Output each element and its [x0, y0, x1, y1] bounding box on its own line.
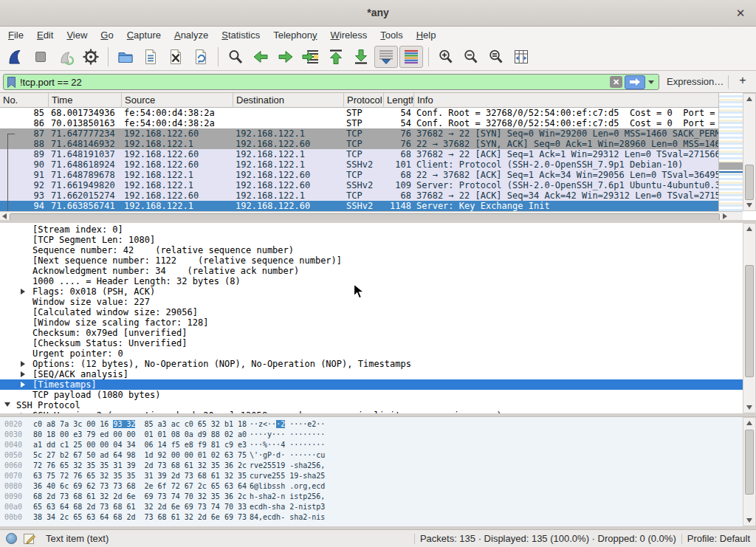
scroll-up-icon[interactable] — [743, 224, 755, 234]
hex-row-0060[interactable]: 006072 76 65 32 35 35 31 39 2d 73 68 61 … — [0, 461, 743, 471]
hex-row-0070[interactable]: 007063 75 72 76 65 32 35 35 31 39 2d 73 … — [0, 471, 743, 481]
detail-row[interactable]: 1000 .... = Header Length: 32 bytes (8) — [0, 276, 743, 286]
detail-row[interactable]: [SEQ/ACK analysis] — [0, 369, 743, 379]
packet-row-89[interactable]: 8971.648191037192.168.122.60192.168.122.… — [0, 149, 718, 159]
packet-row-92[interactable]: 9271.661949820192.168.122.1192.168.122.6… — [0, 180, 718, 190]
go-first-packet-icon[interactable] — [324, 46, 348, 68]
column-header-no[interactable]: No. — [0, 93, 49, 108]
packet-row-93[interactable]: 9371.662015274192.168.122.60192.168.122.… — [0, 190, 718, 201]
save-file-icon[interactable] — [139, 46, 162, 68]
expand-icon[interactable] — [21, 371, 25, 377]
hex-vscrollbar[interactable] — [743, 417, 756, 526]
profile-text[interactable]: Profile: Default — [687, 533, 750, 544]
menu-help[interactable]: Help — [410, 28, 443, 42]
expression-button[interactable]: Expression… — [667, 76, 724, 87]
scroll-thumb[interactable] — [745, 430, 754, 495]
packet-row-88[interactable]: 8871.648146932192.168.122.1192.168.122.6… — [0, 139, 718, 149]
expand-icon[interactable] — [21, 289, 25, 295]
hex-row-00b0[interactable]: 00b038 34 2c 65 63 64 68 2d 73 68 61 32 … — [0, 512, 743, 523]
find-packet-icon[interactable] — [224, 46, 247, 68]
menu-statistics[interactable]: Statistics — [215, 28, 267, 42]
menu-edit[interactable]: Edit — [30, 28, 60, 42]
filter-input[interactable] — [20, 77, 610, 88]
detail-row[interactable]: Options: (12 bytes), No-Operation (NOP),… — [0, 359, 743, 369]
scroll-thumb[interactable] — [745, 265, 754, 377]
go-to-packet-icon[interactable] — [299, 46, 323, 68]
reload-file-icon[interactable] — [189, 46, 213, 68]
packet-minimap[interactable] — [718, 93, 743, 211]
zoom-in-icon[interactable] — [434, 46, 458, 68]
scroll-thumb[interactable] — [745, 165, 754, 200]
detail-row[interactable]: Window size value: 227 — [0, 297, 743, 307]
hex-row-0020[interactable]: 0020c0 a8 7a 3c 00 16 93 32 85 a3 ac c0 … — [0, 419, 743, 430]
start-capture-icon[interactable] — [4, 46, 27, 68]
detail-row[interactable]: [Timestamps] — [0, 379, 743, 390]
filter-history-dropdown-icon[interactable] — [648, 80, 654, 84]
expert-info-icon[interactable] — [6, 533, 17, 544]
detail-row[interactable]: Sequence number: 42 (relative sequence n… — [0, 245, 743, 255]
filter-bookmark-icon[interactable] — [6, 76, 17, 89]
packet-vscrollbar[interactable] — [743, 93, 756, 211]
hex-row-0090[interactable]: 009068 2d 73 68 61 32 2d 6e 69 73 74 70 … — [0, 492, 743, 502]
filter-clear-icon[interactable]: ✕ — [610, 76, 622, 88]
packet-row-94[interactable]: 9471.663856741192.168.122.1192.168.122.6… — [0, 201, 718, 211]
detail-row[interactable]: [Stream index: 0] — [0, 224, 743, 235]
filter-apply-icon[interactable] — [625, 75, 645, 89]
packet-row-87[interactable]: 8771.647777234192.168.122.60192.168.122.… — [0, 128, 718, 139]
resize-columns-icon[interactable] — [509, 46, 533, 68]
menu-telephony[interactable]: Telephony — [267, 28, 323, 42]
menu-file[interactable]: File — [1, 28, 30, 42]
column-header-info[interactable]: Info — [414, 93, 718, 108]
detail-row[interactable]: Acknowledgment number: 34 (relative ack … — [0, 266, 743, 276]
packet-row-91[interactable]: 9171.648789678192.168.122.1192.168.122.6… — [0, 170, 718, 180]
detail-row[interactable]: [Checksum Status: Unverified] — [0, 338, 743, 348]
column-header-dst[interactable]: Destination — [233, 93, 344, 108]
scroll-down-icon[interactable] — [743, 402, 755, 413]
expand-icon[interactable] — [21, 382, 25, 388]
hex-row-0030[interactable]: 003080 18 00 e3 79 ed 00 00 01 01 08 0a … — [0, 430, 743, 440]
packet-hscrollbar[interactable] — [0, 211, 743, 220]
detail-row[interactable]: Urgent pointer: 0 — [0, 348, 743, 359]
detail-row[interactable]: [Next sequence number: 1122 (relative se… — [0, 255, 743, 266]
menu-go[interactable]: Go — [94, 28, 120, 42]
zoom-reset-icon[interactable] — [484, 46, 508, 68]
add-filter-button[interactable]: + — [735, 74, 750, 87]
detail-row[interactable]: TCP payload (1080 bytes) — [0, 390, 743, 400]
menu-wireless[interactable]: Wireless — [324, 28, 374, 42]
close-icon[interactable]: ✕ — [732, 5, 749, 21]
detail-row[interactable]: Flags: 0x018 (PSH, ACK) — [0, 286, 743, 297]
detail-row[interactable]: [Calculated window size: 29056] — [0, 307, 743, 317]
column-header-proto[interactable]: Protocol — [344, 93, 384, 108]
scroll-up-icon[interactable] — [743, 418, 755, 428]
menu-tools[interactable]: Tools — [374, 28, 409, 42]
collapse-icon[interactable] — [4, 402, 10, 407]
restart-capture-icon[interactable] — [54, 46, 78, 68]
detail-row[interactable]: Checksum: 0x79ed [unverified] — [0, 328, 743, 338]
column-header-time[interactable]: Time — [49, 93, 122, 108]
hex-row-0040[interactable]: 0040a1 dd c1 25 00 00 04 34 06 14 f5 e8 … — [0, 440, 743, 450]
go-back-icon[interactable] — [249, 46, 272, 68]
close-file-icon[interactable] — [164, 46, 188, 68]
detail-row[interactable]: [TCP Segment Len: 1080] — [0, 235, 743, 245]
capture-comment-icon[interactable] — [22, 531, 37, 546]
scroll-up-icon[interactable] — [743, 94, 755, 104]
packet-row-90[interactable]: 9071.648618924192.168.122.60192.168.122.… — [0, 159, 718, 170]
menu-capture[interactable]: Capture — [120, 28, 168, 42]
detail-row[interactable]: [Window size scaling factor: 128] — [0, 317, 743, 328]
title-bar[interactable]: *any ✕ — [0, 0, 756, 27]
scroll-down-icon[interactable] — [743, 200, 755, 210]
go-last-packet-icon[interactable] — [349, 46, 373, 68]
detail-row[interactable]: SSH Protocol — [0, 400, 743, 410]
expand-icon[interactable] — [21, 361, 25, 367]
scroll-down-icon[interactable] — [743, 515, 755, 526]
open-file-icon[interactable] — [114, 46, 137, 68]
menu-view[interactable]: View — [60, 28, 94, 42]
colorize-icon[interactable] — [399, 46, 423, 68]
zoom-out-icon[interactable] — [459, 46, 483, 68]
column-header-len[interactable]: Length — [384, 93, 414, 108]
packet-row-86[interactable]: 8670.013850163fe:54:00:d4:38:2aSTP54Conf… — [0, 118, 718, 128]
stop-capture-icon[interactable] — [29, 46, 52, 68]
hex-row-0080[interactable]: 008036 40 6c 69 62 73 73 68 2e 6f 72 67 … — [0, 481, 743, 492]
auto-scroll-icon[interactable] — [374, 46, 398, 68]
hex-row-00a0[interactable]: 00a065 63 64 68 2d 73 68 61 32 2d 6e 69 … — [0, 502, 743, 512]
